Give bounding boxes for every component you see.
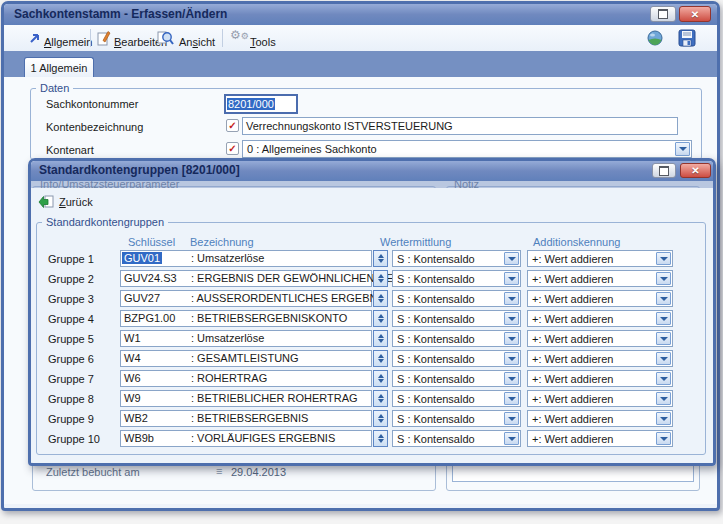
gruppe-label: Gruppe 8 [48,393,94,405]
gruppe-label: Gruppe 5 [48,333,94,345]
additionskennung-dropdown[interactable]: +: Wert addieren [527,410,673,427]
additionskennung-dropdown[interactable]: +: Wert addieren [527,250,673,267]
dialog-restore-button[interactable] [652,163,676,178]
chevron-down-icon [660,357,668,361]
dropdown-button[interactable] [656,432,671,445]
additionskennung-value: +: Wert addieren [532,333,613,345]
dropdown-button[interactable] [504,312,519,325]
table-row: Gruppe 8 W9 : BETRIEBLICHER ROHERTRAG S … [0,390,723,407]
wertermittlung-value: S : Kontensaldo [397,293,475,305]
additionskennung-value: +: Wert addieren [532,413,613,425]
schluessel-bezeichnung-field[interactable]: W6 : ROHERTRAG [120,370,372,387]
schluessel-bezeichnung-field[interactable]: WB9b : VORLÄUFIGES ERGEBNIS [120,430,372,447]
wertermittlung-value: S : Kontensaldo [397,373,475,385]
dropdown-button[interactable] [504,432,519,445]
wertermittlung-dropdown[interactable]: S : Kontensaldo [392,410,521,427]
spinner-down-icon [378,339,384,343]
schluessel-bezeichnung-field[interactable]: WB2 : BETRIEBSERGEBNIS [120,410,372,427]
gruppe-label: Gruppe 2 [48,273,94,285]
schluessel-value: GUV24.S3 [124,272,177,284]
dropdown-button[interactable] [656,292,671,305]
schluessel-value: W1 [124,332,141,344]
dropdown-button[interactable] [656,372,671,385]
dropdown-button[interactable] [656,332,671,345]
wertermittlung-dropdown[interactable]: S : Kontensaldo [392,250,521,267]
gruppe-label: Gruppe 6 [48,353,94,365]
schluessel-value: GUV27 [124,292,160,304]
schluessel-bezeichnung-field[interactable]: W9 : BETRIEBLICHER ROHERTRAG [120,390,372,407]
dropdown-button[interactable] [504,292,519,305]
dropdown-button[interactable] [504,392,519,405]
chevron-down-icon [660,417,668,421]
dialog-close-button[interactable]: ✕ [680,163,711,178]
dropdown-button[interactable] [504,412,519,425]
spinner-button[interactable] [373,270,388,287]
additionskennung-dropdown[interactable]: +: Wert addieren [527,290,673,307]
wertermittlung-dropdown[interactable]: S : Kontensaldo [392,290,521,307]
wertermittlung-dropdown[interactable]: S : Kontensaldo [392,350,521,367]
bezeichnung-value: : BETRIEBLICHER ROHERTRAG [191,392,358,404]
dropdown-button[interactable] [656,312,671,325]
additionskennung-dropdown[interactable]: +: Wert addieren [527,430,673,447]
wertermittlung-dropdown[interactable]: S : Kontensaldo [392,370,521,387]
chevron-down-icon [660,317,668,321]
wertermittlung-dropdown[interactable]: S : Kontensaldo [392,330,521,347]
schluessel-bezeichnung-field[interactable]: GUV01 : Umsatzerlöse [120,250,372,267]
wertermittlung-dropdown[interactable]: S : Kontensaldo [392,390,521,407]
bezeichnung-value: : GESAMTLEISTUNG [191,352,299,364]
dropdown-button[interactable] [504,252,519,265]
spinner-button[interactable] [373,310,388,327]
spinner-button[interactable] [373,430,388,447]
column-header-additionskennung: Additionskennung [533,236,620,248]
spinner-up-icon [378,314,384,318]
spinner-up-icon [378,254,384,258]
dropdown-button[interactable] [656,352,671,365]
dialog-titlebar[interactable]: Standardkontengruppen [8201/000] [31,161,713,181]
chevron-down-icon [508,337,516,341]
wertermittlung-dropdown[interactable]: S : Kontensaldo [392,270,521,287]
dropdown-button[interactable] [656,412,671,425]
additionskennung-dropdown[interactable]: +: Wert addieren [527,310,673,327]
dropdown-button[interactable] [656,252,671,265]
zurueck-button[interactable]: Zurück [38,192,93,211]
spinner-up-icon [378,294,384,298]
additionskennung-dropdown[interactable]: +: Wert addieren [527,350,673,367]
additionskennung-dropdown[interactable]: +: Wert addieren [527,390,673,407]
wertermittlung-dropdown[interactable]: S : Kontensaldo [392,430,521,447]
additionskennung-dropdown[interactable]: +: Wert addieren [527,270,673,287]
schluessel-bezeichnung-field[interactable]: GUV27 : AUSSERORDENTLICHES ERGEBNIS [120,290,372,307]
table-row: Gruppe 9 WB2 : BETRIEBSERGEBNIS S : Kont… [0,410,723,427]
spinner-button[interactable] [373,390,388,407]
wertermittlung-dropdown[interactable]: S : Kontensaldo [392,310,521,327]
schluessel-value: W9 [124,392,141,404]
bezeichnung-value: : Umsatzerlöse [191,332,264,344]
spinner-button[interactable] [373,410,388,427]
dropdown-button[interactable] [504,352,519,365]
dropdown-button[interactable] [504,372,519,385]
dropdown-button[interactable] [656,272,671,285]
chevron-down-icon [660,257,668,261]
spinner-button[interactable] [373,330,388,347]
standardkontengruppen-group-label: Standardkontengruppen [42,216,168,228]
dropdown-button[interactable] [504,332,519,345]
dropdown-button[interactable] [504,272,519,285]
spinner-button[interactable] [373,370,388,387]
spinner-button[interactable] [373,290,388,307]
chevron-down-icon [508,377,516,381]
chevron-down-icon [660,337,668,341]
schluessel-value: BZPG1.00 [124,312,175,324]
schluessel-bezeichnung-field[interactable]: W1 : Umsatzerlöse [120,330,372,347]
schluessel-bezeichnung-field[interactable]: BZPG1.00 : BETRIEBSERGEBNISKONTO [120,310,372,327]
additionskennung-dropdown[interactable]: +: Wert addieren [527,370,673,387]
schluessel-bezeichnung-field[interactable]: W4 : GESAMTLEISTUNG [120,350,372,367]
schluessel-value: WB2 [124,412,148,424]
spinner-button[interactable] [373,350,388,367]
bezeichnung-value: : VORLÄUFIGES ERGEBNIS [191,432,335,444]
chevron-down-icon [508,317,516,321]
dropdown-button[interactable] [656,392,671,405]
wertermittlung-value: S : Kontensaldo [397,393,475,405]
schluessel-bezeichnung-field[interactable]: GUV24.S3 : ERGEBNIS DER GEWÖHNLICHEN GES [120,270,372,287]
additionskennung-dropdown[interactable]: +: Wert addieren [527,330,673,347]
spinner-button[interactable] [373,250,388,267]
spinner-down-icon [378,259,384,263]
